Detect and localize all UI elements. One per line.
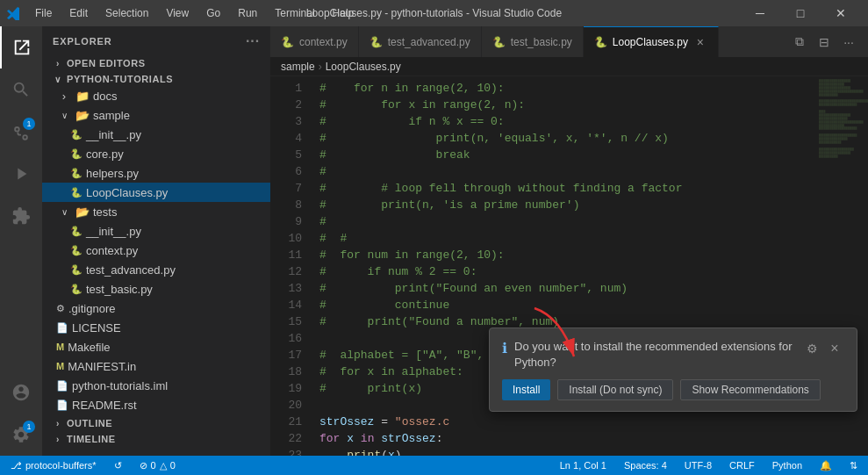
outline-header[interactable]: › OUTLINE [42, 416, 270, 430]
maximize-button[interactable]: □ [780, 0, 821, 26]
sidebar-item-test-advanced[interactable]: 🐍 test_advanced.py [42, 260, 270, 279]
open-editors-header[interactable]: › OPEN EDITORS [42, 56, 270, 70]
test-advanced-label: test_advanced.py [86, 263, 176, 277]
menu-item-edit[interactable]: Edit [62, 5, 95, 21]
sidebar-item-gitignore[interactable]: ⚙ .gitignore [42, 299, 270, 318]
tab-test-basic[interactable]: 🐍 test_basic.py [482, 26, 584, 57]
sidebar-item-core[interactable]: 🐍 core.py [42, 144, 270, 163]
activity-bar-bottom: 1 [0, 371, 42, 456]
sidebar-item-manifest[interactable]: M MANIFEST.in [42, 356, 270, 376]
tab-context-icon: 🐍 [281, 36, 294, 48]
notification-gear-button[interactable]: ⚙ [802, 339, 821, 358]
sidebar-item-docs[interactable]: › 📁 docs [42, 86, 270, 105]
install-button[interactable]: Install [502, 379, 550, 400]
sidebar-item-tests[interactable]: ∨ 📂 tests [42, 202, 270, 221]
timeline-section: › TIMELINE [42, 432, 270, 446]
notifications-status[interactable]: 🔔 [816, 456, 836, 475]
search-activity-icon[interactable] [0, 68, 42, 111]
extensions-activity-icon[interactable] [0, 195, 42, 237]
source-control-activity-icon[interactable]: 1 [0, 111, 42, 153]
account-activity-icon[interactable] [0, 371, 42, 414]
gitignore-label: .gitignore [68, 302, 115, 315]
sidebar-item-context[interactable]: 🐍 context.py [42, 241, 270, 260]
title-bar: FileEditSelectionViewGoRunTerminalHelp L… [0, 0, 868, 26]
tests-chevron: ∨ [56, 204, 72, 220]
menu-item-file[interactable]: File [28, 5, 59, 21]
error-count: 0 [151, 460, 156, 471]
timeline-chevron: › [53, 434, 63, 444]
breadcrumb-sample[interactable]: sample [281, 61, 315, 73]
sidebar-item-makefile[interactable]: M Makefile [42, 337, 270, 356]
sidebar-item-sample-init[interactable]: 🐍 __init__.py [42, 125, 270, 144]
sidebar-item-readme[interactable]: 📄 README.rst [42, 395, 270, 414]
line-numbers: 12345 678910 1112131415 1617181920 21222… [270, 76, 312, 456]
tab-context[interactable]: 🐍 context.py [270, 26, 359, 57]
cursor-position-status[interactable]: Ln 1, Col 1 [556, 456, 610, 475]
tab-more-button[interactable]: ··· [836, 30, 861, 54]
settings-activity-icon[interactable]: 1 [0, 414, 42, 456]
sync-status[interactable]: ↺ [111, 456, 126, 475]
notification-controls: ⚙ × [802, 339, 844, 358]
open-editors-section: › OPEN EDITORS [42, 56, 270, 70]
manifest-label: MANIFEST.in [68, 360, 136, 373]
explorer-activity-icon[interactable] [0, 26, 42, 68]
tab-loopclauses-icon: 🐍 [594, 36, 607, 48]
remote-status[interactable]: ⇅ [846, 456, 861, 475]
sidebar-item-loopclauses[interactable]: 🐍 LoopClauses.py [42, 183, 270, 202]
close-button[interactable]: ✕ [821, 0, 861, 26]
sample-chevron: ∨ [56, 107, 72, 123]
sidebar-item-iml[interactable]: 📄 python-tutorials.iml [42, 376, 270, 395]
tabs-bar: 🐍 context.py 🐍 test_advanced.py 🐍 test_b… [270, 26, 868, 57]
sidebar-item-test-basic[interactable]: 🐍 test_basic.py [42, 279, 270, 299]
outline-chevron: › [53, 418, 63, 428]
minimize-button[interactable]: ─ [740, 0, 780, 26]
menu-item-view[interactable]: View [159, 5, 196, 21]
warning-icon: △ [160, 460, 167, 471]
timeline-label: TIMELINE [67, 434, 116, 444]
recommendation-notification: ℹ Do you want to install the recommended… [489, 327, 857, 412]
tab-layout-button[interactable]: ⊟ [812, 30, 836, 54]
timeline-header[interactable]: › TIMELINE [42, 432, 270, 446]
split-editor-button[interactable]: ⧉ [787, 30, 812, 54]
breadcrumb-sep1: › [319, 61, 322, 73]
sidebar-item-helpers[interactable]: 🐍 helpers.py [42, 163, 270, 183]
sidebar-item-sample[interactable]: ∨ 📂 sample [42, 105, 270, 125]
cursor-position-label: Ln 1, Col 1 [560, 460, 606, 471]
core-label: core.py [86, 148, 124, 161]
python-file-icon3: 🐍 [70, 168, 82, 179]
language-mode-status[interactable]: Python [769, 456, 806, 475]
outline-label: OUTLINE [67, 418, 112, 428]
git-branch-status[interactable]: ⎇ protocol-buffers* [7, 456, 100, 475]
indentation-status[interactable]: Spaces: 4 [621, 456, 671, 475]
tab-test-basic-label: test_basic.py [511, 36, 572, 48]
sidebar-item-license[interactable]: 📄 LICENSE [42, 318, 270, 337]
source-control-badge: 1 [23, 118, 35, 130]
tab-loopclauses-close[interactable]: × [693, 35, 707, 49]
line-ending-label: CRLF [729, 460, 755, 471]
menu-item-go[interactable]: Go [199, 5, 227, 21]
run-activity-icon[interactable] [0, 153, 42, 195]
problems-status[interactable]: ⊘ 0 △ 0 [136, 456, 179, 475]
menu-item-run[interactable]: Run [231, 5, 264, 21]
settings-badge: 1 [23, 421, 35, 433]
folder-collapsed-icon: › [56, 88, 72, 104]
menu-item-selection[interactable]: Selection [98, 5, 155, 21]
notification-close-button[interactable]: × [825, 339, 844, 358]
helpers-label: helpers.py [86, 167, 139, 180]
show-recommendations-button[interactable]: Show Recommendations [680, 379, 820, 400]
status-bar-left: ⎇ protocol-buffers* ↺ ⊘ 0 △ 0 [7, 456, 179, 475]
install-no-sync-button[interactable]: Install (Do not sync) [557, 379, 673, 400]
sidebar-item-tests-init[interactable]: 🐍 __init__.py [42, 221, 270, 241]
encoding-status[interactable]: UTF-8 [681, 456, 715, 475]
tab-actions: ⧉ ⊟ ··· [787, 26, 868, 57]
init-label: __init__.py [86, 128, 141, 141]
bell-icon: 🔔 [820, 460, 832, 471]
python-tutorials-header[interactable]: ∨ PYTHON-TUTORIALS [42, 72, 270, 86]
tab-test-advanced[interactable]: 🐍 test_advanced.py [359, 26, 482, 57]
loopclauses-label: LoopClauses.py [86, 186, 168, 199]
license-icon: 📄 [56, 322, 68, 334]
sidebar-more-icon[interactable]: ··· [246, 33, 260, 49]
tab-loopclauses[interactable]: 🐍 LoopClauses.py × [584, 26, 719, 57]
breadcrumb-loopclauses[interactable]: LoopClauses.py [326, 61, 401, 73]
line-ending-status[interactable]: CRLF [726, 456, 758, 475]
